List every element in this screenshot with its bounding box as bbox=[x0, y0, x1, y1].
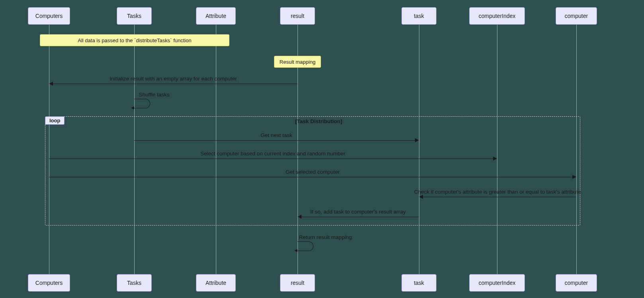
arrow-head-m1 bbox=[49, 82, 53, 86]
arrow-m1 bbox=[53, 84, 298, 84]
loop-title: [Task Distribution] bbox=[295, 118, 342, 124]
actor-label: result bbox=[291, 13, 304, 19]
actor-label: result bbox=[291, 280, 304, 286]
actor-computerindex-bottom: computerIndex bbox=[469, 274, 525, 292]
arrow-head-m3 bbox=[415, 138, 419, 142]
actor-label: Computers bbox=[35, 280, 63, 286]
actor-task-bottom: task bbox=[401, 274, 437, 292]
actor-label: Tasks bbox=[127, 13, 141, 19]
msg-select-computer: Select computer based on current index a… bbox=[200, 151, 345, 157]
actor-attribute-bottom: Attribute bbox=[196, 274, 236, 292]
actor-label: computer bbox=[565, 13, 588, 19]
note-text: All data is passed to the `distributeTas… bbox=[78, 37, 191, 43]
actor-computer-bottom: computer bbox=[556, 274, 597, 292]
arrow-head-m6 bbox=[419, 195, 423, 199]
actor-label: task bbox=[414, 280, 424, 286]
msg-check-attribute: Check if computer's attribute is greater… bbox=[414, 189, 581, 195]
actor-label: Computers bbox=[35, 13, 63, 19]
arrow-m7 bbox=[301, 217, 419, 217]
arrow-m6 bbox=[423, 197, 576, 197]
arrow-m3 bbox=[134, 140, 415, 141]
actor-result-bottom: result bbox=[280, 274, 315, 292]
actor-computer-top: computer bbox=[556, 7, 597, 25]
actor-tasks-top: Tasks bbox=[117, 7, 152, 25]
actor-result-top: result bbox=[280, 7, 315, 25]
msg-init-result: Initialize result with an empty array fo… bbox=[110, 76, 237, 82]
msg-get-selected-computer: Get selected computer bbox=[286, 169, 340, 175]
actor-computerindex-top: computerIndex bbox=[469, 7, 525, 25]
msg-return-mapping: Return result mapping bbox=[299, 234, 352, 240]
loop-tag: loop bbox=[45, 116, 65, 125]
actor-label: Attribute bbox=[206, 13, 226, 19]
self-loop-shuffle bbox=[134, 99, 150, 108]
note-text: Result mapping bbox=[280, 59, 315, 65]
self-loop-return bbox=[298, 241, 313, 251]
actor-tasks-bottom: Tasks bbox=[117, 274, 152, 292]
arrow-head-m7 bbox=[298, 215, 301, 219]
arrow-m5 bbox=[49, 177, 572, 177]
arrow-head-m4 bbox=[493, 157, 497, 161]
msg-shuffle: Shuffle tasks bbox=[139, 92, 169, 98]
actor-label: computerIndex bbox=[479, 13, 516, 19]
actor-computers-bottom: Computers bbox=[28, 274, 70, 292]
arrow-m4 bbox=[49, 159, 493, 159]
msg-add-task: If so, add task to computer's result arr… bbox=[310, 209, 406, 215]
actor-task-top: task bbox=[401, 7, 437, 25]
actor-attribute-top: Attribute bbox=[196, 7, 236, 25]
arrow-head-m5 bbox=[572, 175, 576, 179]
actor-label: task bbox=[414, 13, 424, 19]
actor-computers-top: Computers bbox=[28, 7, 70, 25]
actor-label: computer bbox=[565, 280, 588, 286]
msg-get-next-task: Get next task bbox=[260, 132, 292, 138]
actor-label: Attribute bbox=[206, 280, 226, 286]
note-result-mapping: Result mapping bbox=[274, 56, 321, 68]
actor-label: computerIndex bbox=[479, 280, 516, 286]
actor-label: Tasks bbox=[127, 280, 141, 286]
note-distribute-tasks: All data is passed to the `distributeTas… bbox=[40, 34, 229, 46]
